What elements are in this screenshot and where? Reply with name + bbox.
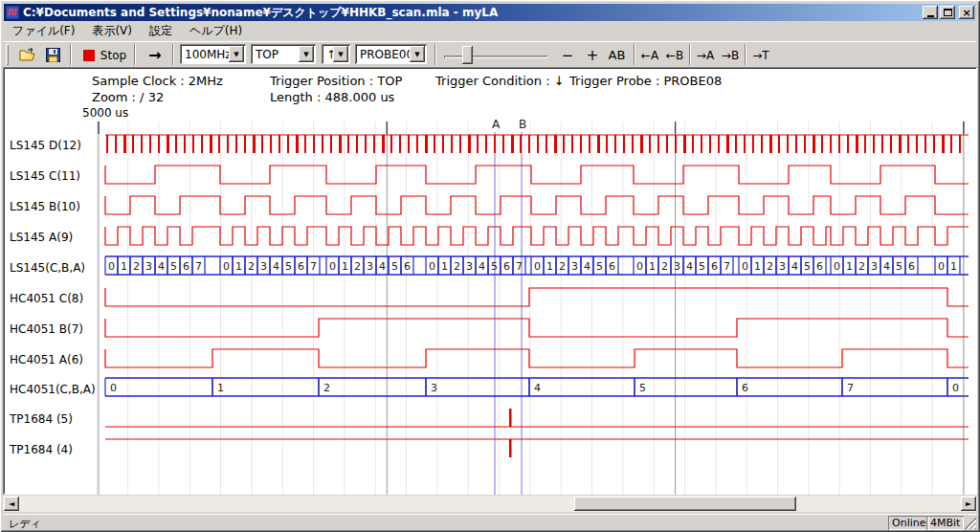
clock-pulse bbox=[278, 135, 280, 153]
menu-settings[interactable]: 設定 bbox=[141, 21, 181, 41]
clock-pulse bbox=[192, 135, 194, 153]
bus-value: 4 bbox=[158, 260, 165, 273]
clock-pulse bbox=[313, 135, 315, 153]
bus-value: 5 bbox=[285, 260, 292, 273]
clock-pulse bbox=[442, 135, 444, 153]
bus-value: 6 bbox=[816, 260, 823, 273]
clock-pulse bbox=[175, 135, 177, 153]
zoom-slider-track[interactable] bbox=[444, 55, 547, 58]
clock-pulse bbox=[520, 135, 522, 153]
trigger-probe-combo[interactable]: PROBE00 ▼ bbox=[355, 44, 427, 64]
clock-pulse bbox=[813, 135, 815, 153]
bus-value: 7 bbox=[847, 382, 854, 394]
clock-pulse bbox=[511, 135, 514, 153]
clock-pulse bbox=[787, 135, 789, 153]
clock-pulse bbox=[563, 135, 565, 153]
goto-trigger-button[interactable]: →T bbox=[748, 44, 773, 66]
clock-pulse bbox=[253, 135, 256, 153]
clock-pulse bbox=[718, 135, 720, 153]
clock-pulse bbox=[675, 135, 677, 153]
save-button[interactable] bbox=[41, 44, 65, 66]
set-cursor-a-button[interactable]: →A bbox=[693, 44, 718, 66]
scroll-right-icon[interactable]: ► bbox=[961, 497, 976, 511]
horizontal-scrollbar[interactable]: ◄ ► bbox=[3, 496, 977, 512]
bus-value: 2 bbox=[323, 382, 330, 394]
sample-rate-combo[interactable]: 100MHz ▼ bbox=[180, 44, 246, 64]
run-button[interactable]: → bbox=[141, 44, 169, 66]
scroll-left-icon[interactable]: ◄ bbox=[4, 497, 19, 511]
clock-pulse bbox=[546, 135, 547, 153]
zoom-ab-button[interactable]: AB bbox=[604, 44, 630, 66]
bus-value: 5 bbox=[596, 260, 603, 273]
close-button[interactable]: × bbox=[959, 6, 974, 19]
bus-value: 3 bbox=[571, 260, 578, 273]
set-cursor-b-button[interactable]: →B bbox=[718, 44, 743, 66]
bus-value: 2 bbox=[559, 260, 566, 273]
bus-value: 7 bbox=[195, 260, 202, 273]
channel-label: HC4051 A(6) bbox=[10, 353, 83, 366]
clock-pulse bbox=[184, 135, 186, 153]
clock-pulse bbox=[149, 135, 151, 153]
clock-pulse bbox=[589, 135, 590, 153]
chevron-down-icon[interactable]: ▼ bbox=[333, 46, 348, 62]
toolbar: Stop → 100MHz ▼ TOP ▼ ↑ ▼ PROBE00 ▼ − + … bbox=[4, 41, 976, 67]
trigger-position-combo[interactable]: TOP ▼ bbox=[251, 44, 316, 64]
bus-value: 6 bbox=[908, 260, 915, 273]
bus-value: 1 bbox=[846, 260, 853, 273]
channel-label: LS145 D(12) bbox=[10, 139, 81, 152]
clock-pulse bbox=[709, 135, 711, 153]
clock-pulse bbox=[692, 135, 694, 153]
open-button[interactable] bbox=[15, 44, 39, 66]
resize-grip[interactable] bbox=[965, 518, 976, 529]
toolbar-separator bbox=[134, 44, 136, 65]
clock-pulse bbox=[959, 135, 961, 153]
clock-pulse bbox=[304, 135, 306, 153]
toolbar-separator bbox=[689, 44, 691, 65]
bus-value: 2 bbox=[661, 260, 668, 273]
clock-pulse bbox=[632, 135, 634, 153]
bus-value: 3 bbox=[431, 382, 437, 394]
channel-label: LS145 B(10) bbox=[10, 200, 80, 213]
channel-label: HC4051 C(8) bbox=[10, 292, 83, 305]
bus-value: 5 bbox=[170, 260, 177, 273]
maximize-button[interactable] bbox=[940, 6, 955, 19]
clock-pulse bbox=[899, 135, 902, 153]
chevron-down-icon[interactable]: ▼ bbox=[299, 46, 314, 62]
bus-value: 0 bbox=[938, 260, 945, 273]
clock-pulse bbox=[123, 135, 126, 153]
chevron-down-icon[interactable]: ▼ bbox=[229, 46, 244, 62]
clock-pulse bbox=[873, 135, 875, 153]
goto-cursor-b-button[interactable]: ←B bbox=[662, 44, 687, 66]
menu-help[interactable]: ヘルプ(H) bbox=[181, 21, 251, 41]
stop-button[interactable]: Stop bbox=[78, 44, 131, 66]
chevron-down-icon[interactable]: ▼ bbox=[410, 46, 425, 62]
clock-pulse bbox=[744, 135, 746, 153]
clock-pulse bbox=[459, 135, 461, 153]
trigger-edge-combo[interactable]: ↑ ▼ bbox=[322, 44, 350, 64]
zoom-in-button[interactable]: + bbox=[581, 44, 604, 66]
bus-value: 1 bbox=[235, 260, 242, 273]
minimize-icon bbox=[927, 15, 934, 17]
zoom-slider[interactable] bbox=[444, 44, 549, 66]
minimize-button[interactable] bbox=[923, 6, 938, 19]
toolbar-separator bbox=[745, 44, 746, 65]
goto-cursor-a-button[interactable]: ←A bbox=[637, 44, 662, 66]
channel-label: TP1684 (4) bbox=[9, 443, 73, 456]
menu-file[interactable]: ファイル(F) bbox=[4, 21, 83, 41]
scrollbar-thumb[interactable] bbox=[574, 497, 796, 511]
trigger-pulse bbox=[509, 409, 512, 427]
clock-pulse bbox=[347, 135, 349, 153]
status-online: Online bbox=[888, 516, 929, 530]
zoom-slider-thumb[interactable] bbox=[462, 46, 473, 64]
menu-view[interactable]: 表示(V) bbox=[83, 21, 141, 41]
toolbar-grip[interactable] bbox=[6, 44, 9, 65]
bus-value: 3 bbox=[367, 260, 373, 273]
clock-pulse bbox=[933, 135, 935, 153]
bus-value: 0 bbox=[108, 260, 115, 273]
zoom-out-button[interactable]: − bbox=[556, 44, 579, 66]
floppy-disk-icon bbox=[46, 48, 60, 62]
bus-value: 2 bbox=[767, 260, 773, 273]
clock-pulse bbox=[735, 135, 737, 153]
clock-pulse bbox=[132, 135, 134, 153]
clock-pulse bbox=[950, 135, 952, 153]
